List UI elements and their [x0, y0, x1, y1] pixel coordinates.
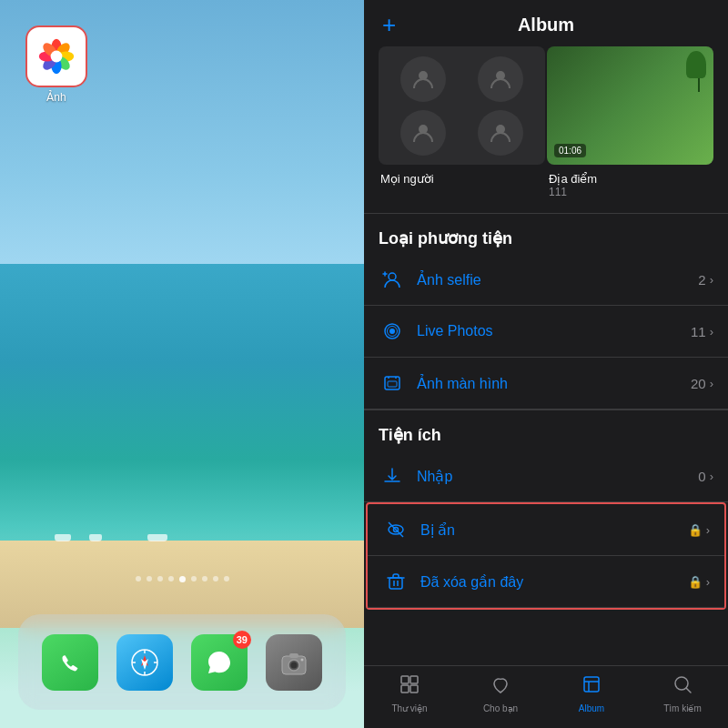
tab-for-you[interactable]: Cho bạn [455, 673, 546, 713]
page-dot-3 [168, 576, 174, 581]
screenshots-count: 20 [691, 376, 706, 391]
page-dot-7 [213, 576, 218, 581]
boat-3 [147, 534, 167, 541]
page-dots-container [0, 576, 364, 582]
svg-point-8 [51, 51, 63, 63]
boat-1 [55, 534, 71, 541]
svg-rect-37 [389, 578, 402, 589]
photos-app-icon-container[interactable]: Ảnh [25, 25, 87, 104]
svg-rect-41 [410, 676, 418, 683]
dock-messages-icon[interactable]: 39 [191, 634, 248, 691]
screenshots-label: Ảnh màn hình [417, 375, 691, 392]
hidden-icon [382, 516, 410, 543]
svg-point-30 [389, 329, 395, 334]
tab-album[interactable]: Album [546, 673, 637, 713]
add-album-button[interactable]: + [382, 11, 396, 39]
tab-search-label: Tìm kiếm [663, 703, 702, 713]
photos-app-label: Ảnh [25, 91, 87, 104]
page-dot-0 [136, 576, 141, 581]
list-item-live-photos[interactable]: Live Photos 11 › [364, 306, 728, 358]
dock-phone-icon[interactable] [42, 634, 98, 691]
dock-safari-icon[interactable] [116, 634, 173, 691]
tab-search-icon [672, 673, 693, 701]
svg-line-48 [686, 688, 691, 693]
recently-deleted-label: Đã xóa gần đây [420, 573, 688, 591]
selfie-count: 2 [698, 272, 705, 288]
import-right: 0 › [698, 469, 713, 484]
album-info-row: Mọi người Địa điểm 111 [364, 168, 728, 213]
deleted-chevron: › [706, 575, 710, 589]
boat-2 [89, 534, 102, 541]
album-grid-top: 01:06 [364, 43, 728, 168]
tab-bar: Thư viện Cho bạn Album Tìm kiếm [364, 665, 728, 728]
dock-camera-icon[interactable] [266, 634, 322, 691]
tab-library-label: Thư viện [391, 703, 427, 713]
live-photos-count: 11 [691, 324, 706, 339]
svg-point-21 [291, 662, 298, 668]
photos-app-icon[interactable] [25, 25, 87, 87]
svg-rect-22 [289, 653, 298, 658]
tab-search[interactable]: Tìm kiếm [637, 673, 728, 713]
page-dot-8 [224, 576, 229, 581]
live-photos-chevron: › [710, 325, 713, 339]
svg-point-28 [389, 273, 396, 280]
album-screen-title: Album [518, 15, 574, 35]
tab-album-label: Album [579, 703, 604, 713]
album-count-places: 111 [549, 186, 712, 198]
import-icon [379, 462, 406, 490]
hidden-label: Bị ẩn [420, 521, 688, 539]
album-header: + Album [364, 0, 728, 43]
list-item-selfie[interactable]: Ảnh selfie 2 › [364, 254, 728, 306]
page-dot-2 [157, 576, 163, 581]
screenshots-chevron: › [710, 377, 713, 390]
page-dot-1 [147, 576, 152, 581]
page-dot-5 [191, 576, 197, 581]
photos-app-panel: + Album 01:06 [364, 0, 728, 728]
svg-rect-32 [385, 377, 399, 389]
highlighted-locked-group: Bị ẩn 🔒 › Đã xóa gần đây 🔒 › [366, 502, 726, 610]
screenshots-right: 20 › [691, 376, 713, 391]
list-item-screenshots[interactable]: Ảnh màn hình 20 › [364, 358, 728, 410]
hidden-lock-icon: 🔒 [688, 523, 703, 537]
tab-for-you-icon [490, 673, 511, 701]
page-dot-4 [179, 576, 186, 582]
album-thumb-people[interactable] [379, 46, 545, 165]
album-thumb-places[interactable]: 01:06 [547, 46, 713, 165]
svg-rect-40 [401, 676, 409, 683]
hidden-chevron: › [706, 523, 710, 537]
svg-rect-9 [54, 646, 86, 679]
tab-for-you-label: Cho bạn [483, 703, 518, 713]
section-media-type-header: Loại phương tiện [364, 213, 728, 254]
svg-point-23 [301, 658, 304, 661]
selfie-icon [379, 266, 406, 293]
recently-deleted-right: 🔒 › [688, 575, 710, 589]
import-count: 0 [698, 469, 705, 484]
deleted-icon [382, 568, 410, 595]
home-screen: Ảnh 39 [0, 0, 364, 728]
svg-rect-42 [401, 685, 409, 693]
section-utilities-header: Tiện ích [364, 410, 728, 450]
tab-library[interactable]: Thư viện [364, 673, 455, 713]
album-info-places: Địa điểm 111 [547, 168, 713, 202]
list-item-import[interactable]: Nhập 0 › [364, 450, 728, 502]
svg-rect-33 [388, 381, 397, 387]
list-item-hidden[interactable]: Bị ẩn 🔒 › [368, 504, 724, 556]
svg-rect-43 [410, 685, 418, 693]
import-label: Nhập [417, 468, 698, 485]
selfie-chevron: › [710, 273, 713, 287]
page-dot-6 [202, 576, 207, 581]
live-photos-icon [379, 318, 406, 345]
dock: 39 [18, 614, 346, 710]
messages-badge: 39 [233, 631, 251, 649]
import-chevron: › [710, 470, 713, 483]
album-name-people: Mọi người [380, 172, 543, 186]
svg-rect-44 [584, 677, 599, 692]
boats-decoration [55, 534, 167, 541]
selfie-right: 2 › [698, 272, 713, 288]
selfie-label: Ảnh selfie [417, 271, 698, 288]
tab-album-icon [581, 673, 602, 701]
album-name-places: Địa điểm [549, 172, 712, 186]
list-item-recently-deleted[interactable]: Đã xóa gần đây 🔒 › [368, 556, 724, 608]
screenshot-icon [379, 369, 406, 397]
live-photos-right: 11 › [691, 324, 713, 339]
